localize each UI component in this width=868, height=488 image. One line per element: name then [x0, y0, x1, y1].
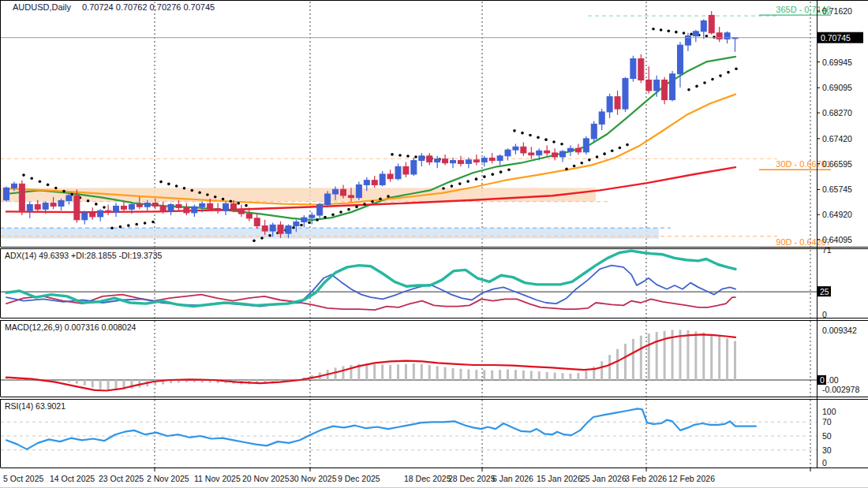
candle-body — [693, 32, 698, 36]
psar-dot — [87, 199, 90, 203]
psar-dot — [690, 32, 693, 35]
candle-body — [215, 209, 221, 211]
psar-dot — [499, 170, 503, 173]
psar-dot — [103, 206, 106, 209]
candle-body — [184, 207, 189, 213]
candle-body — [11, 184, 17, 188]
macd-axis-label-top: 0.009342 — [822, 326, 857, 335]
candle-body — [51, 203, 56, 207]
psar-dot — [167, 183, 170, 186]
candle-body — [521, 147, 526, 153]
rsi-axis-label: 30 — [822, 445, 832, 455]
rsi-axis-label: 50 — [822, 431, 832, 441]
date-axis-label: 18 Dec 2025 — [404, 474, 451, 483]
candle-body — [230, 203, 236, 209]
candle-body — [567, 148, 573, 151]
candle-body — [129, 204, 134, 209]
price-axis-label: 0.66595 — [822, 159, 852, 169]
psar-dot — [339, 210, 342, 214]
candle-body — [458, 161, 463, 164]
psar-dot — [521, 132, 524, 135]
candle-body — [74, 196, 80, 220]
candle-body — [395, 166, 401, 178]
psar-dot — [308, 221, 311, 224]
psar-dot — [268, 234, 271, 237]
psar-dot — [451, 184, 454, 188]
chart-canvas[interactable]: 365D - 0.714630D - 0.6676190D - 0.642070… — [0, 0, 868, 488]
candle-body — [560, 151, 566, 157]
window-background — [0, 0, 868, 488]
candle-body — [662, 80, 668, 99]
psar-dot — [110, 226, 114, 229]
psar-dot — [62, 190, 65, 193]
date-axis-label: 15 Jan 2026 — [537, 474, 582, 483]
candle-body — [19, 184, 24, 210]
psar-dot — [230, 199, 233, 203]
psar-dot — [603, 152, 606, 155]
price-axis-label: 0.65745 — [822, 184, 852, 194]
candle-body — [58, 200, 64, 206]
candle-body — [192, 207, 197, 213]
psar-dot — [398, 154, 402, 157]
adx-indicator-label: ADX(14) 49.6393 +DI:28.1855 -DI:19.3735 — [5, 251, 162, 260]
candle-body — [121, 206, 126, 209]
candle-body — [670, 74, 675, 100]
date-axis-label: 25 Jan 2026 — [581, 474, 627, 483]
psar-dot — [30, 177, 33, 180]
date-axis-label: 2 Nov 2025 — [147, 474, 189, 483]
psar-dot — [347, 208, 350, 211]
psar-dot — [703, 81, 706, 84]
price-axis-label: 0.68270 — [822, 108, 852, 117]
candle-body — [238, 209, 244, 214]
candle-body — [638, 59, 644, 80]
candle-body — [435, 159, 440, 162]
psar-dot — [719, 74, 722, 77]
candle-body — [443, 159, 448, 163]
psar-dot — [711, 78, 714, 81]
psar-dot — [39, 180, 42, 183]
psar-dot — [626, 143, 629, 147]
price-axis-label: 0.64095 — [822, 235, 852, 244]
candle-body — [677, 45, 683, 74]
psar-dot — [198, 191, 201, 194]
candle-body — [646, 80, 652, 90]
psar-dot — [596, 155, 599, 158]
candle-body — [387, 174, 393, 179]
candle-body — [176, 204, 181, 207]
candle-body — [709, 15, 714, 32]
rsi-axis-label: 100 — [822, 407, 836, 416]
psar-dot — [442, 187, 445, 190]
psar-dot — [253, 240, 256, 243]
date-axis-label: 5 Oct 2025 — [3, 474, 44, 483]
candle-body — [451, 161, 456, 163]
candle-body — [364, 181, 369, 185]
date-axis-label: 3 Feb 2026 — [625, 474, 667, 483]
psar-dot — [222, 198, 225, 201]
candle-body — [513, 147, 518, 150]
candle-body — [82, 213, 88, 220]
psar-dot — [363, 203, 366, 206]
price-axis-label: 0.69945 — [822, 58, 852, 67]
demand-zone — [0, 228, 659, 238]
psar-dot — [355, 206, 358, 209]
psar-dot — [119, 225, 122, 229]
psar-dot — [371, 200, 374, 203]
candle-body — [333, 189, 339, 194]
candle-body — [317, 204, 323, 214]
date-axis-label: 11 Nov 2025 — [194, 474, 241, 483]
psar-dot — [206, 193, 209, 196]
psar-dot — [491, 173, 494, 176]
psar-dot — [214, 196, 217, 199]
candle-body — [537, 151, 542, 155]
psar-dot — [483, 175, 486, 178]
psar-dot — [735, 67, 738, 70]
adx-axis-label-top: 71 — [822, 245, 832, 255]
price-axis-label: 0.67420 — [822, 134, 852, 143]
psar-dot — [458, 182, 462, 185]
ohlc-values: 0.70724 0.70762 0.70276 0.70745 — [82, 2, 215, 12]
psar-dot — [560, 143, 563, 146]
candle-body — [278, 225, 283, 233]
psar-dot — [54, 187, 58, 190]
psar-dot — [175, 184, 178, 188]
candle-body — [106, 210, 111, 212]
